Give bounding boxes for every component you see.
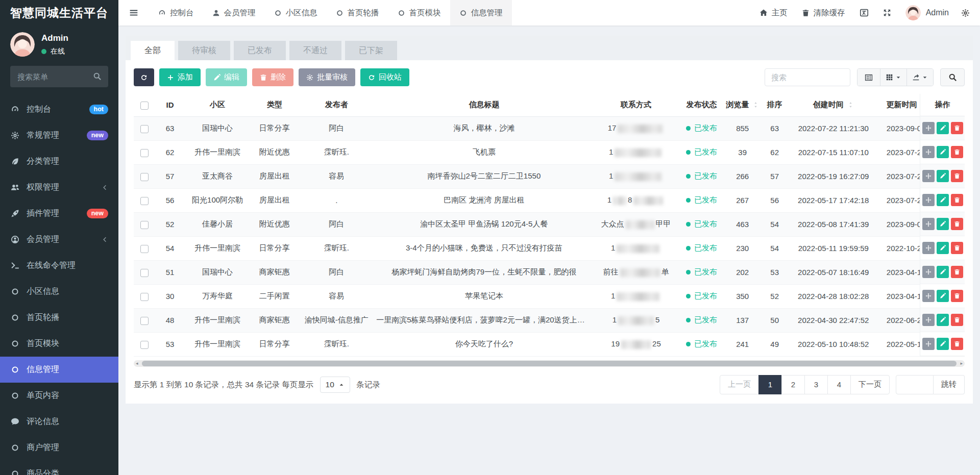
row-checkbox[interactable] bbox=[140, 197, 149, 205]
filter-tab-2[interactable]: 已发布 bbox=[234, 41, 286, 60]
sort-toggle[interactable] bbox=[752, 102, 759, 108]
next-page-button[interactable]: 下一页 bbox=[850, 375, 890, 394]
sidebar-item-merchant[interactable]: 商户管理 bbox=[0, 435, 118, 461]
filter-tab-3[interactable]: 不通过 bbox=[289, 41, 341, 60]
sort-toggle[interactable] bbox=[847, 102, 854, 108]
drag-move-button[interactable] bbox=[922, 170, 935, 182]
row-checkbox[interactable] bbox=[140, 317, 149, 325]
drag-move-button[interactable] bbox=[922, 242, 935, 254]
add-button[interactable]: 添加 bbox=[159, 68, 201, 86]
sidebar-item-dashboard[interactable]: 控制台hot bbox=[0, 96, 118, 122]
language-button[interactable] bbox=[852, 0, 876, 26]
sidebar-item-banner[interactable]: 首页轮播 bbox=[0, 305, 118, 331]
delete-row-button[interactable] bbox=[951, 170, 963, 182]
filter-tab-1[interactable]: 待审核 bbox=[178, 41, 230, 60]
sidebar-item-community[interactable]: 小区信息 bbox=[0, 279, 118, 305]
drag-move-button[interactable] bbox=[922, 314, 935, 326]
navbar-tab-community[interactable]: 小区信息 bbox=[265, 0, 327, 26]
edit-row-button[interactable] bbox=[937, 194, 949, 206]
edit-row-button[interactable] bbox=[937, 218, 949, 230]
delete-button[interactable]: 删除 bbox=[252, 68, 293, 86]
page-button-3[interactable]: 3 bbox=[804, 375, 828, 394]
page-button-1[interactable]: 1 bbox=[758, 375, 782, 394]
page-button-2[interactable]: 2 bbox=[781, 375, 805, 394]
sidebar-item-page[interactable]: 单页内容 bbox=[0, 383, 118, 409]
edit-row-button[interactable] bbox=[937, 146, 949, 158]
page-button-4[interactable]: 4 bbox=[827, 375, 851, 394]
delete-row-button[interactable] bbox=[951, 194, 963, 206]
fullscreen-button[interactable] bbox=[876, 0, 898, 26]
sidebar-item-member[interactable]: 会员管理 bbox=[0, 227, 118, 253]
edit-row-button[interactable] bbox=[937, 266, 949, 278]
edit-row-button[interactable] bbox=[937, 122, 949, 134]
prev-page-button[interactable]: 上一页 bbox=[720, 375, 759, 394]
edit-row-button[interactable] bbox=[937, 170, 949, 182]
sidebar-item-general[interactable]: 常规管理new bbox=[0, 122, 118, 148]
drag-move-button[interactable] bbox=[922, 146, 935, 158]
row-checkbox[interactable] bbox=[140, 221, 149, 229]
navbar-user-menu[interactable]: Admin bbox=[898, 0, 956, 26]
navbar-tab-info[interactable]: 信息管理 bbox=[450, 0, 512, 26]
delete-row-button[interactable] bbox=[951, 146, 963, 158]
delete-row-button[interactable] bbox=[951, 122, 963, 134]
select-all-checkbox[interactable] bbox=[140, 102, 149, 110]
jump-button[interactable]: 跳转 bbox=[934, 375, 965, 394]
drag-move-button[interactable] bbox=[922, 266, 935, 278]
row-checkbox[interactable] bbox=[140, 293, 149, 301]
delete-row-button[interactable] bbox=[951, 314, 963, 326]
sidebar-item-info[interactable]: 信息管理 bbox=[0, 357, 118, 383]
sidebar-item-module[interactable]: 首页模块 bbox=[0, 331, 118, 357]
scrollbar-thumb[interactable] bbox=[142, 361, 957, 366]
refresh-button[interactable] bbox=[134, 68, 154, 86]
columns-toggle-button[interactable] bbox=[880, 69, 907, 86]
sidebar-item-comment[interactable]: 评论信息 bbox=[0, 409, 118, 435]
home-link[interactable]: 主页 bbox=[752, 0, 795, 26]
contact-text: 1 bbox=[609, 147, 613, 156]
audit-button[interactable]: 批量审核 bbox=[299, 68, 355, 86]
row-checkbox[interactable] bbox=[140, 149, 149, 157]
search-submit-button[interactable] bbox=[940, 68, 965, 86]
jump-page-input[interactable] bbox=[896, 375, 934, 394]
drag-move-button[interactable] bbox=[922, 290, 935, 302]
row-checkbox[interactable] bbox=[140, 341, 149, 349]
drag-move-button[interactable] bbox=[922, 218, 935, 230]
row-checkbox[interactable] bbox=[140, 245, 149, 253]
drag-move-button[interactable] bbox=[922, 338, 935, 350]
detail-view-button[interactable] bbox=[857, 69, 880, 86]
cell-contact: 1 bbox=[594, 140, 678, 164]
delete-row-button[interactable] bbox=[951, 266, 963, 278]
filter-tab-0[interactable]: 全部 bbox=[131, 41, 175, 60]
filter-tab-4[interactable]: 已下架 bbox=[345, 41, 397, 60]
drag-move-button[interactable] bbox=[922, 122, 935, 134]
navbar-tab-module[interactable]: 首页模块 bbox=[388, 0, 450, 26]
delete-row-button[interactable] bbox=[951, 338, 963, 350]
recycle-button[interactable]: 回收站 bbox=[360, 68, 409, 86]
navbar-tab-member[interactable]: 会员管理 bbox=[203, 0, 265, 26]
delete-row-button[interactable] bbox=[951, 290, 963, 302]
hamburger-menu-button[interactable] bbox=[118, 0, 149, 26]
page-size-select[interactable]: 10 bbox=[320, 377, 350, 393]
table-search-input[interactable] bbox=[765, 68, 850, 86]
edit-button[interactable]: 编辑 bbox=[206, 68, 247, 86]
row-checkbox[interactable] bbox=[140, 269, 149, 277]
row-checkbox[interactable] bbox=[140, 125, 149, 133]
export-button[interactable] bbox=[907, 69, 933, 86]
edit-row-button[interactable] bbox=[937, 242, 949, 254]
sidebar-item-addon[interactable]: 插件管理new bbox=[0, 201, 118, 227]
edit-row-button[interactable] bbox=[937, 314, 949, 326]
navbar-tab-dashboard[interactable]: 控制台 bbox=[149, 0, 203, 26]
navbar-tab-banner[interactable]: 首页轮播 bbox=[327, 0, 388, 26]
sidebar-item-goods[interactable]: 商品分类 bbox=[0, 461, 118, 475]
delete-row-button[interactable] bbox=[951, 218, 963, 230]
edit-row-button[interactable] bbox=[937, 338, 949, 350]
delete-row-button[interactable] bbox=[951, 242, 963, 254]
sidebar-item-auth[interactable]: 权限管理 bbox=[0, 174, 118, 201]
drag-move-button[interactable] bbox=[922, 194, 935, 206]
settings-gear-button[interactable] bbox=[956, 9, 980, 17]
clear-cache-link[interactable]: 清除缓存 bbox=[795, 0, 852, 26]
sidebar-item-category[interactable]: 分类管理 bbox=[0, 148, 118, 174]
sidebar-item-command[interactable]: 在线命令管理 bbox=[0, 253, 118, 279]
edit-row-button[interactable] bbox=[937, 290, 949, 302]
horizontal-scrollbar[interactable]: ◂ ▸ bbox=[134, 360, 965, 367]
row-checkbox[interactable] bbox=[140, 173, 149, 181]
